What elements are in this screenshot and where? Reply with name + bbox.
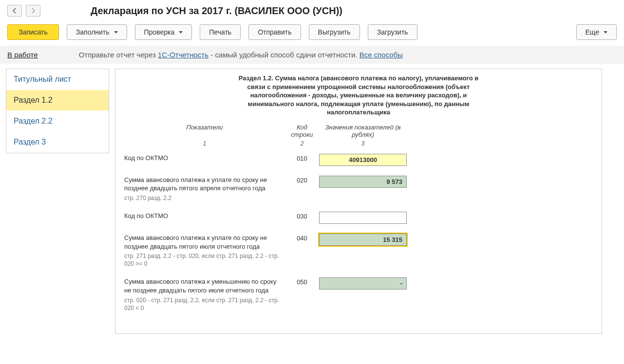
value-field[interactable]: 15 315 [319, 234, 407, 246]
row-label-text: Сумма авансового платежа к уменьшению по… [124, 277, 285, 294]
status-in-work[interactable]: В работе [7, 51, 38, 59]
save-button[interactable]: Записать [7, 24, 59, 40]
page-title: Декларация по УСН за 2017 г. (ВАСИЛЕК ОО… [91, 5, 342, 17]
row-label-text: Сумма авансового платежа к уплате по сро… [124, 176, 285, 193]
row-label-text: Сумма авансового платежа к уплате по сро… [124, 234, 285, 251]
sidebar-item-title-page[interactable]: Титульный лист [6, 69, 109, 90]
row-value-cell: 40913000 [319, 154, 407, 166]
col-header-indicators: Показатели [124, 124, 285, 138]
check-button[interactable]: Проверка [135, 24, 192, 40]
row-code: 020 [285, 176, 319, 202]
row-label-text: Код по ОКТМО [124, 154, 285, 163]
link-all-methods[interactable]: Все способы [359, 51, 403, 59]
row-note: стр. 271 разд. 2.2 - стр. 020, если стр.… [124, 252, 285, 268]
row-label-text: Код по ОКТМО [124, 212, 285, 220]
row-note: стр. 020 - стр. 271 разд. 2.2, если стр.… [124, 296, 285, 312]
status-text: Отправьте отчет через [79, 51, 158, 59]
export-button[interactable]: Выгрузить [309, 24, 360, 40]
send-button[interactable]: Отправить [248, 24, 301, 40]
row-code: 030 [285, 212, 319, 224]
sidebar: Титульный лист Раздел 1.2 Раздел 2.2 Раз… [6, 69, 109, 153]
row-value-cell [319, 212, 407, 224]
row-value-cell: - [319, 277, 407, 311]
content-area: Раздел 1.2. Сумма налога (авансового пла… [115, 69, 602, 334]
row-label: Сумма авансового платежа к уменьшению по… [124, 277, 285, 311]
toolbar: Записать Заполнить Проверка Печать Отпра… [0, 21, 624, 46]
form-row: Сумма авансового платежа к уплате по сро… [124, 176, 593, 202]
row-value-cell: 9 573 [319, 176, 407, 202]
col-num-2: 2 [285, 140, 319, 147]
row-code: 040 [285, 234, 319, 268]
col-num-3: 3 [319, 140, 407, 147]
print-button[interactable]: Печать [200, 24, 241, 40]
col-header-code: Код строки [285, 124, 319, 138]
value-field[interactable]: 9 573 [319, 176, 407, 188]
row-label: Сумма авансового платежа к уплате по сро… [124, 176, 285, 202]
import-button[interactable]: Загрузить [368, 24, 417, 40]
form-row: Код по ОКТМО030 [124, 212, 593, 224]
status-text-after: - самый удобный способ сдачи отчетности. [210, 51, 359, 59]
row-label: Сумма авансового платежа к уплате по сро… [124, 234, 285, 268]
row-value-cell: 15 315 [319, 234, 407, 268]
more-button[interactable]: Еще [576, 24, 617, 40]
fill-button[interactable]: Заполнить [67, 24, 127, 40]
col-header-values: Значения показателей (в рублях) [319, 124, 407, 138]
row-note: стр. 270 разд. 2.2 [124, 194, 285, 202]
status-bar: В работе Отправьте отчет через 1С-Отчетн… [0, 46, 624, 64]
row-code: 050 [285, 277, 319, 311]
row-label: Код по ОКТМО [124, 154, 285, 166]
value-field[interactable] [319, 212, 407, 224]
form-row: Сумма авансового платежа к уплате по сро… [124, 234, 593, 268]
row-code: 010 [285, 154, 319, 166]
section-title: Раздел 1.2. Сумма налога (авансового пла… [229, 74, 488, 117]
sidebar-item-section-3[interactable]: Раздел 3 [6, 132, 109, 153]
form-row: Код по ОКТМО01040913000 [124, 154, 593, 166]
sidebar-item-section-2-2[interactable]: Раздел 2.2 [6, 111, 109, 132]
col-num-1: 1 [124, 140, 285, 147]
value-field[interactable]: - [319, 277, 407, 290]
value-field[interactable]: 40913000 [319, 154, 407, 166]
row-label: Код по ОКТМО [124, 212, 285, 224]
link-1c-reporting[interactable]: 1С-Отчетность [158, 51, 208, 59]
sidebar-item-section-1-2[interactable]: Раздел 1.2 [6, 90, 109, 111]
nav-back-button[interactable] [7, 5, 22, 17]
nav-forward-button[interactable] [26, 5, 40, 17]
form-row: Сумма авансового платежа к уменьшению по… [124, 277, 593, 311]
